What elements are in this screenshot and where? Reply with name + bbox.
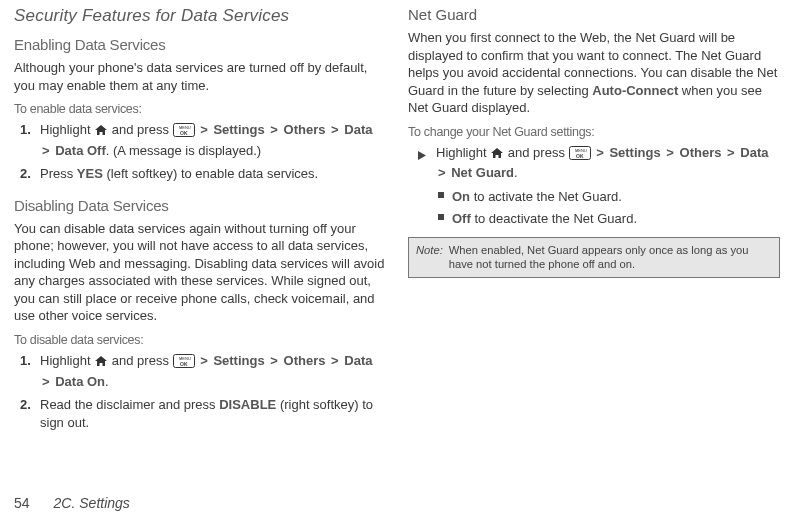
chevron-right-icon: > [331,122,339,137]
svg-text:OK: OK [180,130,188,136]
bullet-netguard-main: Highlight and press MENUOK > Settings > … [408,144,780,182]
ok-key-icon: MENUOK [173,123,195,142]
step-disable-2: 2. Read the disclaimer and press DISABLE… [30,396,386,431]
menu-autoconnect: Auto-Connect [592,83,678,98]
left-column: Security Features for Data Services Enab… [14,6,386,445]
leadin-enable: To enable data services: [14,102,386,116]
page-content: Security Features for Data Services Enab… [0,0,802,445]
menu-others: Others [284,122,326,137]
home-icon [94,354,108,372]
heading-enabling: Enabling Data Services [14,36,386,53]
text: . [514,165,518,180]
note-label: Note: [416,243,443,272]
step-number: 1. [20,352,31,370]
menu-others: Others [680,145,722,160]
softkey-yes: YES [77,166,103,181]
text: Highlight [436,145,490,160]
heading-disabling: Disabling Data Services [14,197,386,214]
home-icon [490,146,504,164]
menu-data-off: Data Off [55,143,106,158]
home-icon [94,123,108,141]
step-number: 2. [20,165,31,183]
menu-settings: Settings [213,353,264,368]
chevron-right-icon: > [270,122,278,137]
square-bullet-icon [438,192,444,198]
heading-netguard: Net Guard [408,6,780,23]
step-enable-1: 1. Highlight and press MENUOK > Settings… [30,121,386,159]
page-number: 54 [14,495,30,511]
note-box: Note: When enabled, Net Guard appears on… [408,237,780,278]
text: Highlight [40,122,94,137]
text: and press [108,122,172,137]
triangle-bullet-icon [418,147,426,165]
text: Highlight [40,353,94,368]
leadin-netguard: To change your Net Guard settings: [408,125,780,139]
chevron-right-icon: > [200,353,208,368]
body-disabling: You can disable data services again with… [14,220,386,325]
menu-data: Data [344,122,372,137]
chevron-right-icon: > [438,165,446,180]
note-text: When enabled, Net Guard appears only onc… [449,243,772,272]
leadin-disable: To disable data services: [14,333,386,347]
footer-section: 2C. Settings [54,495,130,511]
section-title: Security Features for Data Services [14,6,386,26]
text: and press [504,145,568,160]
menu-data: Data [740,145,768,160]
chevron-right-icon: > [596,145,604,160]
menu-data: Data [344,353,372,368]
square-bullet-icon [438,214,444,220]
ok-key-icon: MENUOK [569,146,591,165]
text: . (A message is displayed.) [106,143,261,158]
menu-settings: Settings [213,122,264,137]
step-disable-1: 1. Highlight and press MENUOK > Settings… [30,352,386,390]
body-netguard: When you first connect to the Web, the N… [408,29,780,117]
text: and press [108,353,172,368]
menu-settings: Settings [609,145,660,160]
text: to activate the Net Guard. [470,189,622,204]
chevron-right-icon: > [727,145,735,160]
steps-disable: 1. Highlight and press MENUOK > Settings… [14,352,386,437]
sub-bullet-on: On to activate the Net Guard. [408,188,780,206]
text: (left softkey) to enable data services. [103,166,318,181]
menu-netguard: Net Guard [451,165,514,180]
sub-bullet-off: Off to deactivate the Net Guard. [408,210,780,228]
chevron-right-icon: > [270,353,278,368]
chevron-right-icon: > [200,122,208,137]
page-footer: 542C. Settings [14,495,130,511]
svg-text:OK: OK [180,361,188,367]
right-column: Net Guard When you first connect to the … [408,6,780,445]
text: Read the disclaimer and press [40,397,219,412]
text: . [105,374,109,389]
step-enable-2: 2. Press YES (left softkey) to enable da… [30,165,386,183]
svg-text:OK: OK [576,152,584,158]
chevron-right-icon: > [42,374,50,389]
text: Press [40,166,77,181]
text: to deactivate the Net Guard. [471,211,637,226]
body-enabling: Although your phone's data services are … [14,59,386,94]
chevron-right-icon: > [666,145,674,160]
chevron-right-icon: > [331,353,339,368]
option-off: Off [452,211,471,226]
softkey-disable: DISABLE [219,397,276,412]
ok-key-icon: MENUOK [173,354,195,373]
step-number: 2. [20,396,31,414]
steps-enable: 1. Highlight and press MENUOK > Settings… [14,121,386,189]
menu-data-on: Data On [55,374,105,389]
menu-others: Others [284,353,326,368]
chevron-right-icon: > [42,143,50,158]
option-on: On [452,189,470,204]
step-number: 1. [20,121,31,139]
